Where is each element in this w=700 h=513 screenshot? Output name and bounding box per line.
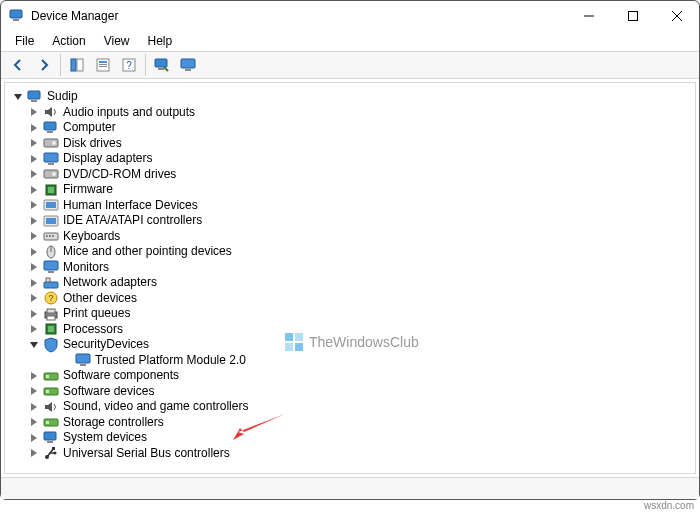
system-icon xyxy=(43,430,59,446)
audio-icon xyxy=(43,104,59,120)
expand-icon[interactable] xyxy=(27,400,41,414)
firmware-icon xyxy=(43,182,59,198)
tree-item[interactable]: Computer xyxy=(9,120,691,136)
expand-icon[interactable] xyxy=(27,260,41,274)
monitor-icon xyxy=(43,259,59,275)
tree-item[interactable]: DVD/CD-ROM drives xyxy=(9,167,691,183)
svg-text:?: ? xyxy=(126,60,132,71)
svg-rect-30 xyxy=(77,59,83,71)
expand-icon[interactable] xyxy=(27,229,41,243)
tree-item[interactable]: Display adapters xyxy=(9,151,691,167)
network-icon xyxy=(43,275,59,291)
properties-button[interactable] xyxy=(91,53,115,77)
tree-item[interactable]: Storage controllers xyxy=(9,415,691,431)
expand-icon[interactable] xyxy=(27,415,41,429)
tree-item[interactable]: Mice and other pointing devices xyxy=(9,244,691,260)
collapse-icon[interactable] xyxy=(27,338,41,352)
menu-action[interactable]: Action xyxy=(44,32,93,50)
cpu-icon xyxy=(43,321,59,337)
tree-item[interactable]: Software devices xyxy=(9,384,691,400)
help-button[interactable]: ? xyxy=(117,53,141,77)
tree-item-label: Display adapters xyxy=(63,151,152,167)
tree-item-label: Processors xyxy=(63,322,123,338)
disk-icon xyxy=(43,135,59,151)
tree-item[interactable]: Monitors xyxy=(9,260,691,276)
toolbar: ? xyxy=(1,51,699,79)
tree-item[interactable]: Firmware xyxy=(9,182,691,198)
close-button[interactable] xyxy=(655,1,699,31)
expand-icon[interactable] xyxy=(27,183,41,197)
window-title: Device Manager xyxy=(31,9,118,23)
tree-item[interactable]: Audio inputs and outputs xyxy=(9,105,691,121)
swdev-icon xyxy=(43,383,59,399)
tree-item-label: DVD/CD-ROM drives xyxy=(63,167,176,183)
tree-item-label: Firmware xyxy=(63,182,113,198)
tree-item[interactable]: Other devices xyxy=(9,291,691,307)
expand-icon[interactable] xyxy=(27,136,41,150)
sound-icon xyxy=(43,399,59,415)
expand-icon[interactable] xyxy=(27,245,41,259)
menu-view[interactable]: View xyxy=(96,32,138,50)
statusbar xyxy=(1,477,699,499)
hid-icon xyxy=(43,197,59,213)
tree-item[interactable]: System devices xyxy=(9,430,691,446)
security-icon xyxy=(43,337,59,353)
ide-icon xyxy=(43,213,59,229)
window-controls xyxy=(567,1,699,31)
tree-item[interactable]: Processors xyxy=(9,322,691,338)
tree-item[interactable]: Sound, video and game controllers xyxy=(9,399,691,415)
expand-icon[interactable] xyxy=(27,369,41,383)
tree-item[interactable]: SecurityDevices xyxy=(9,337,691,353)
expand-icon[interactable] xyxy=(27,291,41,305)
tree-item-label: Print queues xyxy=(63,306,130,322)
expand-icon[interactable] xyxy=(27,152,41,166)
expand-icon[interactable] xyxy=(27,105,41,119)
tree-item-label: Storage controllers xyxy=(63,415,164,431)
forward-button[interactable] xyxy=(32,53,56,77)
minimize-button[interactable] xyxy=(567,1,611,31)
tree-item-label: Network adapters xyxy=(63,275,157,291)
storage-icon xyxy=(43,414,59,430)
tree-item-label: System devices xyxy=(63,430,147,446)
expand-icon[interactable] xyxy=(27,431,41,445)
tree-item[interactable]: Sudip xyxy=(9,89,691,105)
expand-icon[interactable] xyxy=(27,214,41,228)
tree-item[interactable]: Network adapters xyxy=(9,275,691,291)
tree-item-label: Computer xyxy=(63,120,116,136)
tree-item[interactable]: Print queues xyxy=(9,306,691,322)
tree-item[interactable]: Software components xyxy=(9,368,691,384)
expand-icon[interactable] xyxy=(27,384,41,398)
back-button[interactable] xyxy=(6,53,30,77)
expand-icon[interactable] xyxy=(27,167,41,181)
device-tree-pane[interactable]: SudipAudio inputs and outputsComputerDis… xyxy=(4,82,696,474)
svg-rect-33 xyxy=(99,64,107,65)
tree-item-label: Other devices xyxy=(63,291,137,307)
toolbar-separator xyxy=(60,54,61,76)
expand-icon[interactable] xyxy=(27,276,41,290)
menu-file[interactable]: File xyxy=(7,32,42,50)
tree-item[interactable]: Disk drives xyxy=(9,136,691,152)
tree-item-label: Software components xyxy=(63,368,179,384)
tree-item[interactable]: Keyboards xyxy=(9,229,691,245)
tree-item[interactable]: Universal Serial Bus controllers xyxy=(9,446,691,462)
tree-item-label: Disk drives xyxy=(63,136,122,152)
expand-icon[interactable] xyxy=(27,307,41,321)
tree-item[interactable]: Human Interface Devices xyxy=(9,198,691,214)
show-hide-tree-button[interactable] xyxy=(65,53,89,77)
tree-item-label: SecurityDevices xyxy=(63,337,149,353)
source-text: wsxdn.com xyxy=(644,500,694,511)
tree-item-label: Mice and other pointing devices xyxy=(63,244,232,260)
tree-item[interactable]: IDE ATA/ATAPI controllers xyxy=(9,213,691,229)
tree-item[interactable]: Trusted Platform Module 2.0 xyxy=(9,353,691,369)
expand-icon[interactable] xyxy=(27,322,41,336)
collapse-icon[interactable] xyxy=(11,90,25,104)
scan-hardware-button[interactable] xyxy=(150,53,174,77)
maximize-button[interactable] xyxy=(611,1,655,31)
menu-help[interactable]: Help xyxy=(140,32,181,50)
tree-item-label: Sound, video and game controllers xyxy=(63,399,248,415)
expand-icon[interactable] xyxy=(27,198,41,212)
devices-button[interactable] xyxy=(176,53,200,77)
expander-placeholder xyxy=(59,353,73,367)
expand-icon[interactable] xyxy=(27,446,41,460)
expand-icon[interactable] xyxy=(27,121,41,135)
